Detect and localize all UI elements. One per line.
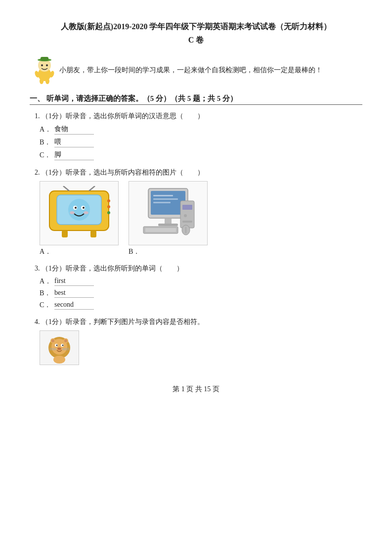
svg-point-24 xyxy=(107,205,110,208)
svg-point-16 xyxy=(83,207,85,209)
question-4: 4. （1分）听录音，判断下列图片与录音内容是否相符。 xyxy=(30,318,362,365)
question-1-title: 1. （1分）听录音，选出你所听单词的汉语意思（ ） xyxy=(35,112,362,121)
svg-rect-31 xyxy=(165,218,172,224)
svg-line-19 xyxy=(63,186,69,191)
svg-rect-32 xyxy=(158,224,178,226)
question-3: 3. （1分）听录音，选出你所听到的单词（ ） A． first B． best… xyxy=(30,264,362,310)
svg-point-35 xyxy=(184,214,187,217)
section1-header: 一、 听单词，请选择正确的答案。（5 分）（共 5 题；共 5 分） xyxy=(30,94,362,105)
svg-rect-21 xyxy=(62,231,68,237)
svg-point-51 xyxy=(57,347,61,350)
svg-point-23 xyxy=(107,199,110,202)
svg-point-49 xyxy=(56,344,58,346)
svg-line-20 xyxy=(89,186,95,191)
svg-point-25 xyxy=(107,211,110,214)
svg-rect-36 xyxy=(182,221,192,223)
svg-point-5 xyxy=(46,64,48,66)
svg-point-17 xyxy=(70,211,75,214)
svg-point-8 xyxy=(40,78,44,84)
lion-image xyxy=(40,330,79,365)
svg-rect-22 xyxy=(90,231,96,237)
question-2-images: A． xyxy=(35,181,362,256)
option-3-a: A． first xyxy=(35,277,362,286)
svg-point-45 xyxy=(51,339,54,342)
svg-point-12 xyxy=(68,199,90,221)
mascot-icon xyxy=(30,55,59,85)
computer-image xyxy=(129,181,208,245)
option-1-c: C． 脚 xyxy=(35,150,362,160)
mascot-row: 小朋友，带上你一段时间的学习成果，一起来做个自我检测吧，相信你一定是最棒的！ xyxy=(30,55,362,85)
svg-point-18 xyxy=(84,211,88,214)
question-3-title: 3. （1分）听录音，选出你所听到的单词（ ） xyxy=(35,264,362,273)
svg-rect-28 xyxy=(153,195,173,196)
question-2: 2. （1分）听录音，选出与所听内容相符的图片（ ） xyxy=(30,168,362,256)
image-label-b: B． xyxy=(129,247,140,256)
option-1-a: A． 食物 xyxy=(35,125,362,135)
option-1-b: B． 喂 xyxy=(35,138,362,147)
svg-rect-29 xyxy=(153,198,178,200)
question-1: 1. （1分）听录音，选出你所听单词的汉语意思（ ） A． 食物 B． 喂 C．… xyxy=(30,112,362,160)
svg-point-4 xyxy=(41,64,43,66)
image-option-a: A． xyxy=(40,181,119,256)
svg-rect-30 xyxy=(153,202,171,203)
svg-point-15 xyxy=(75,207,77,209)
svg-point-56 xyxy=(53,356,65,364)
image-label-a: A． xyxy=(40,247,51,256)
svg-point-46 xyxy=(64,339,67,342)
subtitle: C 卷 xyxy=(30,35,362,46)
svg-point-50 xyxy=(62,344,64,346)
option-3-c: C． second xyxy=(35,301,362,310)
question-2-title: 2. （1分）听录音，选出与所听内容相符的图片（ ） xyxy=(35,168,362,177)
question-4-title: 4. （1分）听录音，判断下列图片与录音内容是否相符。 xyxy=(35,318,362,326)
svg-rect-34 xyxy=(182,205,192,210)
option-3-b: B． best xyxy=(35,289,362,298)
footer: 第 1 页 共 15 页 xyxy=(30,385,362,394)
image-option-b: B． xyxy=(129,181,208,256)
svg-point-9 xyxy=(45,78,49,84)
page-title: 人教版(新起点)2019-2020 学年四年级下学期英语期末考试试卷（无听力材料… xyxy=(30,20,362,33)
intro-text: 小朋友，带上你一段时间的学习成果，一起来做个自我检测吧，相信你一定是最棒的！ xyxy=(59,66,322,75)
tv-image xyxy=(40,181,119,245)
svg-rect-38 xyxy=(145,228,176,232)
svg-rect-3 xyxy=(41,57,48,61)
